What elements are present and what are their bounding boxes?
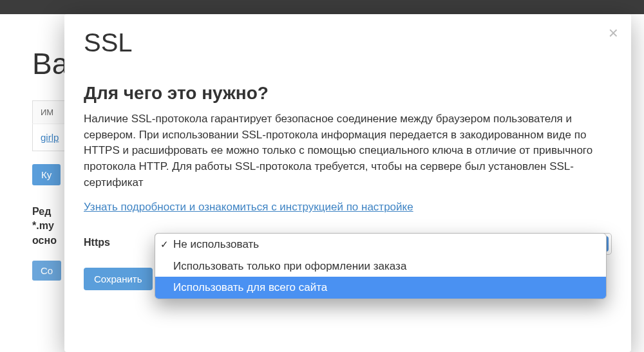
- https-dropdown: Не использовать Использовать только при …: [155, 233, 607, 299]
- learn-more-link[interactable]: Узнать подробности и ознакомиться с инст…: [84, 201, 413, 214]
- ssl-modal: × SSL Для чего это нужно? Наличие SSL-пр…: [64, 14, 631, 352]
- close-icon[interactable]: ×: [609, 24, 618, 41]
- bg-save-button[interactable]: Со: [32, 261, 61, 281]
- domain-link[interactable]: girlp: [41, 132, 59, 143]
- modal-subtitle: Для чего это нужно?: [84, 83, 612, 104]
- https-form-row: Https Не использовать Не использовать Ис…: [84, 233, 612, 255]
- app-topbar: [0, 0, 644, 14]
- modal-description: Наличие SSL-протокола гарантирует безопа…: [84, 111, 612, 190]
- https-option-checkout[interactable]: Использовать только при оформлении заказ…: [155, 255, 606, 277]
- buy-button[interactable]: Ку: [32, 164, 61, 185]
- modal-title: SSL: [84, 28, 612, 57]
- https-select-wrap: Не использовать Не использовать Использо…: [155, 233, 612, 255]
- https-option-all[interactable]: Использовать для всего сайта: [155, 277, 606, 299]
- https-option-none[interactable]: Не использовать: [155, 234, 606, 255]
- https-label: Https: [84, 233, 142, 248]
- save-button[interactable]: Сохранить: [84, 268, 153, 290]
